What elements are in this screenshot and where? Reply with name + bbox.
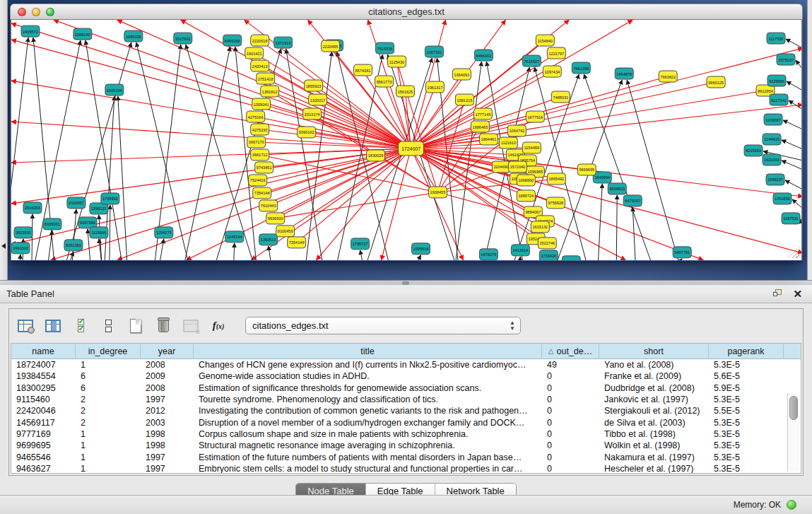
control-panel-collapsed-strip[interactable]	[0, 0, 8, 280]
table-cell[interactable]: 18724007	[11, 360, 76, 370]
table-cell[interactable]: 0	[542, 440, 599, 450]
table-cell[interactable]: 5.9E-5	[709, 383, 784, 393]
table-row[interactable]: 1938455462009Genome-wide association stu…	[11, 370, 801, 382]
table-cell[interactable]: Franke et al. (2009)	[599, 371, 709, 381]
table-cell[interactable]: Tibbo et al. (1998)	[599, 429, 709, 439]
table-cell[interactable]: 2008	[141, 360, 194, 370]
window-titlebar[interactable]: citations_edges.txt	[10, 4, 803, 20]
table-cell[interactable]: Genome-wide association studies in ADHD.	[194, 371, 542, 381]
delete-table-icon[interactable]	[154, 317, 172, 335]
table-cell[interactable]: 0	[542, 383, 599, 393]
table-cell[interactable]: 6	[76, 371, 141, 381]
close-window-button[interactable]	[18, 8, 26, 16]
table-cell[interactable]: Stergiakouli et al. (2012)	[599, 406, 709, 416]
table-row[interactable]: 1456911722003Disruption of a novel membe…	[11, 416, 801, 428]
table-cell[interactable]: 5.3E-5	[709, 429, 784, 439]
table-cell[interactable]: 19384554	[11, 371, 76, 381]
table-cell[interactable]: Estimation of the future numbers of pati…	[194, 452, 542, 462]
table-selector-dropdown[interactable]: citations_edges.txt▲▼	[245, 317, 521, 334]
table-cell[interactable]: 1998	[141, 429, 194, 439]
table-cell[interactable]: 2	[76, 406, 141, 416]
row-height-icon[interactable]	[99, 317, 117, 335]
table-cell[interactable]: 9465546	[11, 452, 76, 462]
table-cell[interactable]: 2	[76, 418, 141, 428]
table-cell[interactable]: 1997	[141, 395, 194, 404]
table-cell[interactable]: 0	[542, 395, 599, 404]
show-columns-icon[interactable]	[44, 317, 62, 335]
table-cell[interactable]: Structural magnetic resonance image aver…	[194, 440, 542, 450]
table-cell[interactable]: 6	[76, 383, 141, 393]
column-header-title[interactable]: title	[194, 344, 542, 358]
table-row[interactable]: 969969511998Structural magnetic resonanc…	[11, 440, 801, 451]
table-cell[interactable]: Jankovic et al. (1997)	[599, 395, 709, 404]
table-cell[interactable]: Dudbridge et al. (2008)	[599, 383, 709, 393]
table-cell[interactable]: Tourette syndrome. Phenomenology and cla…	[194, 395, 542, 404]
collapse-arrow-icon[interactable]	[1, 243, 6, 249]
table-cell[interactable]: Nakamura et al. (1997)	[599, 452, 709, 462]
table-cell[interactable]: 2012	[141, 406, 194, 416]
panel-splitter[interactable]	[0, 280, 812, 285]
column-header-pagerank[interactable]: pagerank	[709, 344, 784, 358]
table-scrollbar-thumb[interactable]	[789, 396, 798, 420]
minimize-window-button[interactable]	[32, 8, 40, 16]
table-cell[interactable]: Estimation of significance thresholds fo…	[194, 383, 542, 393]
column-header-in_degree[interactable]: in_degree	[76, 344, 141, 358]
table-cell[interactable]: Yano et al. (2008)	[599, 360, 709, 370]
table-cell[interactable]: 0	[542, 429, 599, 439]
table-cell[interactable]: 1	[76, 452, 141, 462]
table-cell[interactable]: 9699695	[11, 440, 76, 450]
table-cell[interactable]: 5.6E-5	[709, 371, 784, 381]
table-cell[interactable]: 1997	[141, 464, 194, 474]
table-cell[interactable]: 0	[542, 452, 599, 462]
table-cell[interactable]: 5.3E-5	[709, 464, 784, 474]
table-row[interactable]: 1872400712008Changes of HCN gene express…	[11, 359, 801, 370]
table-cell[interactable]: Embryonic stem cells: a model to study s…	[194, 464, 542, 474]
table-scrollbar[interactable]	[787, 393, 799, 472]
table-cell[interactable]: Wolkin et al. (1998)	[599, 440, 709, 450]
select-all-icon[interactable]	[71, 317, 90, 335]
table-cell[interactable]: 1	[76, 360, 141, 370]
table-cell[interactable]: 9463627	[11, 464, 76, 474]
table-cell[interactable]: 18300295	[11, 383, 76, 393]
float-panel-icon[interactable]	[773, 289, 783, 298]
table-row[interactable]: 911546021997Tourette syndrome. Phenomeno…	[11, 394, 801, 405]
table-cell[interactable]: 9115460	[11, 395, 76, 404]
table-cell[interactable]: 0	[542, 406, 599, 416]
table-cell[interactable]: 14569117	[11, 418, 76, 428]
table-cell[interactable]: 22420046	[11, 406, 76, 416]
table-settings-icon[interactable]	[16, 317, 35, 335]
function-builder-icon[interactable]: f(x)	[209, 317, 228, 335]
table-cell[interactable]: 1	[76, 429, 141, 439]
table-row[interactable]: 2242004622012Investigating the contribut…	[11, 405, 801, 416]
table-cell[interactable]: 2	[76, 395, 141, 404]
table-row[interactable]: 1830029562008Estimation of significance …	[11, 382, 801, 394]
column-header-out_de[interactable]: △out_de…	[542, 344, 599, 358]
close-panel-icon[interactable]: ✕	[793, 288, 802, 299]
new-table-icon[interactable]	[126, 317, 145, 335]
zoom-window-button[interactable]	[46, 8, 54, 16]
table-cell[interactable]: 0	[542, 371, 599, 381]
column-header-year[interactable]: year	[141, 344, 194, 358]
table-cell[interactable]: 9777169	[11, 429, 76, 439]
table-cell[interactable]: 1	[76, 440, 141, 450]
table-cell[interactable]: 1	[76, 464, 141, 474]
table-cell[interactable]: 49	[542, 360, 599, 370]
table-cell[interactable]: Disruption of a novel member of a sodium…	[194, 418, 542, 428]
table-cell[interactable]: 5.3E-5	[709, 360, 784, 370]
table-cell[interactable]: 5.5E-5	[709, 406, 784, 416]
column-header-name[interactable]: name	[11, 344, 76, 358]
table-cell[interactable]: 2008	[141, 383, 194, 393]
table-cell[interactable]: 2003	[141, 418, 194, 428]
table-row[interactable]: 946554611997Estimation of the future num…	[11, 451, 801, 462]
table-cell[interactable]: de Silva et al. (2003)	[599, 418, 709, 428]
table-cell[interactable]: 0	[542, 418, 599, 428]
table-cell[interactable]: 2009	[141, 371, 194, 381]
table-cell[interactable]: Hescheler et al. (1997)	[599, 464, 709, 474]
table-row[interactable]: 977716911998Corpus callosum shape and si…	[11, 428, 801, 440]
column-header-short[interactable]: short	[599, 344, 709, 358]
table-cell[interactable]: 5.3E-5	[709, 440, 784, 450]
table-cell[interactable]: Changes of HCN gene expression and I(f) …	[194, 360, 542, 370]
table-cell[interactable]: 0	[542, 464, 599, 474]
table-cell[interactable]: 5.3E-5	[709, 395, 784, 404]
table-cell[interactable]: Corpus callosum shape and size in male p…	[194, 429, 542, 439]
